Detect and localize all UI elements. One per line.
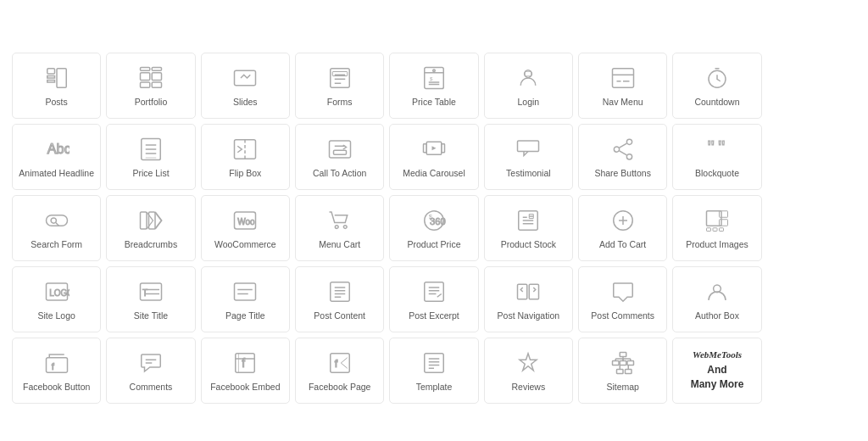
widget-card-site-title[interactable]: TSite Title [106, 266, 195, 332]
widget-card-menu-cart[interactable]: Menu Cart [295, 195, 384, 261]
widget-card-add-to-cart[interactable]: Add To Cart [578, 195, 667, 261]
svg-rect-109 [425, 354, 444, 373]
svg-rect-84 [235, 283, 256, 300]
media-carousel-label: Media Carousel [403, 168, 465, 180]
template-label: Template [416, 382, 453, 394]
widget-card-post-navigation[interactable]: Post Navigation [484, 266, 573, 332]
svg-rect-107 [330, 354, 349, 373]
widget-card-search-form[interactable]: Search Form [12, 195, 101, 261]
widget-card-post-excerpt[interactable]: Post Excerpt [389, 266, 478, 332]
testimonial-label: Testimonial [506, 168, 551, 180]
widget-card-woocommerce[interactable]: WooWooCommerce [201, 195, 290, 261]
svg-rect-44 [442, 144, 445, 153]
template-icon [421, 349, 447, 377]
post-comments-label: Post Comments [591, 310, 654, 322]
page-title-label: Page Title [225, 310, 265, 322]
and-many-more-card: WebMeTools AndMany More [672, 338, 761, 404]
svg-rect-3 [57, 69, 66, 88]
widget-card-page-title[interactable]: Page Title [201, 266, 290, 332]
widget-card-facebook-embed[interactable]: fFacebook Embed [201, 338, 290, 404]
widget-card-facebook-button[interactable]: fFacebook Button [12, 338, 101, 404]
post-comments-icon [610, 278, 636, 305]
svg-point-45 [626, 139, 632, 144]
posts-icon [44, 64, 70, 92]
sitemap-icon [610, 349, 636, 377]
forms-label: Forms [327, 97, 353, 109]
svg-point-53 [51, 218, 56, 223]
site-title-label: Site Title [134, 310, 168, 322]
testimonial-icon [515, 136, 541, 163]
widget-card-forms[interactable]: Forms [295, 53, 384, 119]
widget-card-login[interactable]: Login [484, 53, 573, 119]
svg-point-18 [433, 70, 436, 72]
forms-icon [327, 64, 353, 92]
widget-card-author-box[interactable]: Author Box [672, 266, 761, 332]
search-form-icon [44, 207, 70, 234]
widget-card-facebook-page[interactable]: fFacebook Page [295, 338, 384, 404]
widget-card-template[interactable]: Template [389, 338, 478, 404]
animated-headline-label: Animated Headline [19, 168, 94, 180]
widget-card-post-content[interactable]: Post Content [295, 266, 384, 332]
empty-cell [767, 195, 856, 261]
countdown-label: Countdown [694, 97, 739, 109]
widget-card-flip-box[interactable]: Flip Box [201, 124, 290, 190]
widget-card-share-buttons[interactable]: Share Buttons [578, 124, 667, 190]
svg-rect-124 [625, 370, 632, 374]
post-content-icon [327, 278, 353, 305]
svg-point-46 [614, 147, 619, 152]
svg-point-47 [626, 154, 632, 159]
empty-cell [767, 53, 856, 119]
product-price-label: Product Price [407, 239, 460, 251]
svg-rect-92 [425, 282, 444, 302]
widget-card-animated-headline[interactable]: AbcAnimated Headline [12, 124, 101, 190]
add-to-cart-label: Add To Cart [599, 239, 646, 251]
widget-card-post-comments[interactable]: Post Comments [578, 266, 667, 332]
widget-card-product-price[interactable]: 360$Product Price [389, 195, 478, 261]
flip-box-icon [232, 136, 258, 163]
widget-card-breadcrumbs[interactable]: Breadcrumbs [106, 195, 195, 261]
nav-menu-label: Nav Menu [603, 97, 643, 109]
svg-point-22 [525, 70, 532, 78]
price-table-icon: $ [421, 64, 447, 92]
widget-card-portfolio[interactable]: Portfolio [106, 53, 195, 119]
facebook-embed-label: Facebook Embed [210, 382, 280, 394]
price-list-label: Price List [132, 168, 169, 180]
widget-card-product-stock[interactable]: Product Stock [484, 195, 573, 261]
svg-rect-6 [140, 82, 149, 87]
price-list-icon [138, 136, 164, 163]
widget-card-product-images[interactable]: Product Images [672, 195, 761, 261]
svg-line-48 [619, 143, 626, 148]
widgets-grid: PostsPortfolioSlidesForms$Price TableLog… [8, 53, 860, 404]
widget-card-countdown[interactable]: Countdown [672, 53, 761, 119]
widget-card-price-table[interactable]: $Price Table [389, 53, 478, 119]
widget-card-reviews[interactable]: Reviews [484, 338, 573, 404]
breadcrumbs-icon [138, 207, 164, 234]
portfolio-icon [138, 64, 164, 92]
blockquote-icon: "" [704, 136, 730, 163]
widget-card-sitemap[interactable]: Sitemap [578, 338, 667, 404]
login-icon [515, 64, 541, 92]
animated-headline-icon: Abc [44, 136, 70, 163]
widget-card-site-logo[interactable]: LOGOSite Logo [12, 266, 101, 332]
widget-card-testimonial[interactable]: Testimonial [484, 124, 573, 190]
call-to-action-icon [327, 136, 353, 163]
slides-icon [232, 64, 258, 92]
svg-rect-4 [140, 73, 149, 81]
widget-card-media-carousel[interactable]: Media Carousel [389, 124, 478, 190]
menu-cart-icon [327, 207, 353, 234]
svg-rect-74 [719, 220, 727, 226]
widget-card-call-to-action[interactable]: Call To Action [295, 124, 384, 190]
widget-card-price-list[interactable]: Price List [106, 124, 195, 190]
widget-card-nav-menu[interactable]: Nav Menu [578, 53, 667, 119]
facebook-embed-icon: f [232, 349, 258, 377]
widget-card-slides[interactable]: Slides [201, 53, 290, 119]
author-box-icon [704, 278, 730, 305]
svg-point-59 [335, 226, 338, 229]
search-form-label: Search Form [31, 239, 82, 251]
widget-card-comments[interactable]: Comments [106, 338, 195, 404]
woocommerce-icon: Woo [232, 207, 258, 234]
svg-rect-8 [140, 68, 149, 71]
widget-card-posts[interactable]: Posts [12, 53, 101, 119]
widget-card-blockquote[interactable]: ""Blockquote [672, 124, 761, 190]
post-navigation-icon [515, 278, 541, 305]
